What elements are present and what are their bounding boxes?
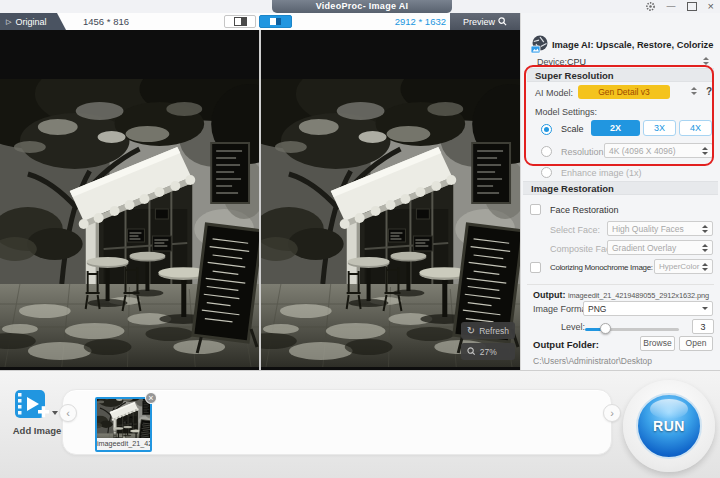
composite-face-select[interactable]: Gradient Overlay bbox=[607, 240, 713, 255]
image-format-value: PNG bbox=[588, 304, 606, 314]
refresh-button[interactable]: ↻ Refresh bbox=[461, 322, 515, 339]
select-face-select[interactable]: High Quality Faces bbox=[607, 221, 713, 236]
section-super-resolution: Super Resolution bbox=[527, 68, 714, 82]
run-button-base: RUN bbox=[623, 380, 715, 472]
single-view-icon bbox=[234, 17, 247, 26]
open-button[interactable]: Open bbox=[679, 336, 713, 351]
resolution-label: Resolution bbox=[561, 147, 604, 157]
result-resolution: 2912 * 1632 bbox=[378, 13, 446, 30]
play-icon: ▷ bbox=[6, 18, 11, 26]
resolution-value: 4K (4096 X 4096) bbox=[609, 146, 676, 156]
split-view-icon bbox=[270, 18, 281, 25]
window-title: VideoProc- Image AI bbox=[272, 0, 452, 13]
result-image-pane[interactable]: ↻ Refresh 27% bbox=[261, 30, 520, 370]
settings-gear-icon[interactable] bbox=[645, 1, 656, 12]
composite-face-value: Gradient Overlay bbox=[612, 243, 676, 253]
thumbnail-image bbox=[97, 399, 150, 438]
single-view-toggle[interactable] bbox=[224, 15, 256, 28]
scale-option-2x[interactable]: 2X bbox=[591, 120, 640, 136]
enhance-radio[interactable] bbox=[541, 167, 552, 178]
level-slider-track[interactable] bbox=[605, 328, 679, 331]
image-format-arrow-icon bbox=[702, 307, 708, 310]
preview-button[interactable]: Preview bbox=[450, 13, 520, 30]
thumbnail-item[interactable]: imageedit_21_42 × bbox=[95, 397, 152, 452]
colorize-checkbox[interactable] bbox=[530, 262, 541, 273]
refresh-icon: ↻ bbox=[467, 325, 475, 336]
maximize-button[interactable] bbox=[687, 2, 697, 11]
select-face-value: High Quality Faces bbox=[612, 224, 684, 234]
zoom-level-button[interactable]: 27% bbox=[461, 343, 515, 360]
scale-radio[interactable] bbox=[541, 124, 552, 135]
original-image-pane[interactable] bbox=[0, 30, 259, 370]
colorize-label: Colorizing Monochrome Image: bbox=[550, 263, 653, 272]
resolution-radio[interactable] bbox=[541, 146, 552, 157]
image-restoration-title: Image Restoration bbox=[531, 183, 614, 194]
scroll-right-button[interactable]: › bbox=[603, 404, 621, 422]
select-face-label: Select Face: bbox=[550, 225, 600, 235]
scale-label: Scale bbox=[561, 124, 584, 134]
preview-label: Preview bbox=[463, 17, 495, 27]
panel-divider bbox=[527, 284, 714, 285]
composite-face-stepper-icon bbox=[702, 244, 708, 252]
model-settings-label: Model Settings: bbox=[535, 107, 597, 117]
colorize-value: HyperColor bbox=[659, 262, 699, 271]
refresh-label: Refresh bbox=[479, 326, 509, 336]
scale-option-4x[interactable]: 4X bbox=[679, 120, 712, 136]
title-bar: VideoProc- Image AI — × bbox=[0, 0, 720, 14]
face-restoration-label: Face Restoration bbox=[550, 205, 619, 215]
bottom-bar: Add Image ‹ imageedit_21_42 × › RUN bbox=[0, 370, 720, 478]
level-slider-handle[interactable] bbox=[600, 323, 611, 334]
output-filename: imageedit_21_4219489055_2912x1632.png bbox=[568, 291, 709, 300]
ai-model-label: AI Model: bbox=[535, 88, 573, 98]
face-restoration-checkbox[interactable] bbox=[530, 204, 541, 215]
enhance-label: Enhance image (1x) bbox=[561, 168, 642, 178]
browse-button[interactable]: Browse bbox=[640, 336, 675, 351]
run-button[interactable]: RUN bbox=[636, 393, 702, 459]
settings-panel: Image AI: Upscale, Restore, Colorize Dev… bbox=[520, 13, 720, 370]
image-format-select[interactable]: PNG bbox=[583, 301, 713, 316]
add-image-button[interactable] bbox=[14, 389, 60, 421]
magnifier-icon bbox=[498, 17, 507, 26]
ai-model-stepper[interactable] bbox=[691, 87, 697, 95]
original-image bbox=[0, 79, 259, 367]
app-window: VideoProc- Image AI — × ▷ Original 1456 … bbox=[0, 0, 720, 478]
colorize-select[interactable]: HyperColor bbox=[654, 259, 713, 274]
thumbnail-close-icon[interactable]: × bbox=[145, 392, 157, 404]
level-value-box[interactable]: 3 bbox=[692, 319, 714, 334]
resolution-select[interactable]: 4K (4096 X 4096) bbox=[604, 143, 713, 158]
tab-original[interactable]: ▷ Original bbox=[0, 13, 66, 30]
select-face-stepper-icon bbox=[702, 225, 708, 233]
scale-option-3x[interactable]: 3X bbox=[643, 120, 676, 136]
close-button[interactable]: × bbox=[708, 1, 714, 12]
super-resolution-title: Super Resolution bbox=[535, 70, 614, 81]
viewer-toolbar: ▷ Original 1456 * 816 2912 * 1632 Previe… bbox=[0, 13, 520, 30]
window-controls: — × bbox=[645, 0, 714, 13]
resolution-stepper-icon bbox=[702, 147, 708, 155]
colorize-stepper-icon bbox=[702, 263, 708, 271]
preview-area: ↻ Refresh 27% bbox=[0, 30, 520, 370]
device-select[interactable] bbox=[703, 57, 709, 65]
zoom-level-value: 27% bbox=[480, 347, 497, 357]
panel-title: Image AI: Upscale, Restore, Colorize bbox=[552, 40, 713, 50]
image-ai-icon bbox=[531, 35, 548, 58]
zoom-icon bbox=[467, 347, 476, 356]
split-view-toggle[interactable] bbox=[259, 15, 292, 28]
view-controls: ↻ Refresh 27% bbox=[461, 322, 515, 360]
original-tab-label: Original bbox=[15, 17, 46, 27]
level-label: Level: bbox=[561, 322, 585, 332]
thumbnail-caption: imageedit_21_42 bbox=[97, 438, 150, 450]
scroll-left-button[interactable]: ‹ bbox=[59, 404, 77, 422]
device-value: CPU bbox=[567, 57, 586, 67]
output-folder-label: Output Folder: bbox=[533, 339, 599, 350]
add-image-label: Add Image bbox=[2, 425, 72, 436]
minimize-button[interactable]: — bbox=[667, 1, 676, 12]
original-resolution: 1456 * 816 bbox=[66, 13, 146, 30]
help-button[interactable]: ? bbox=[706, 86, 712, 97]
output-label: Output: bbox=[533, 290, 565, 300]
output-folder-path: C:\Users\Administrator\Desktop bbox=[533, 356, 652, 366]
ai-model-select[interactable]: Gen Detail v3 bbox=[578, 85, 670, 99]
section-image-restoration: Image Restoration bbox=[523, 181, 718, 195]
device-label: Device: bbox=[537, 57, 567, 67]
